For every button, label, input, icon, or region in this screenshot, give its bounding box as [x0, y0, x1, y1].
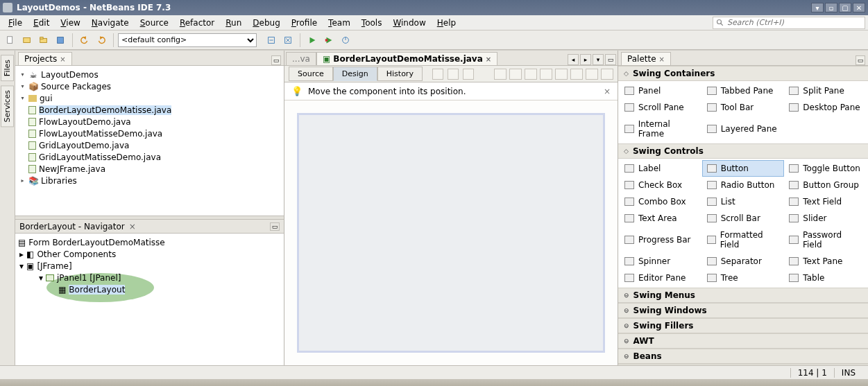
source-packages[interactable]: Source Packages — [41, 82, 111, 91]
palette-item[interactable]: Spinner — [620, 253, 702, 270]
editor-scroll-left-button[interactable]: ◂ — [568, 54, 579, 65]
panel-minimize-button[interactable]: ▭ — [271, 55, 281, 65]
palette-item[interactable]: Internal Frame — [620, 116, 702, 142]
palette-item[interactable]: Toggle Button — [784, 160, 867, 177]
window-close-button[interactable]: ✕ — [853, 3, 865, 12]
menu-run[interactable]: Run — [220, 17, 247, 29]
undo-button[interactable] — [77, 33, 92, 48]
palette-item[interactable]: Button — [702, 160, 785, 177]
editor-dropdown-button[interactable]: ▾ — [593, 54, 604, 65]
palette-item[interactable]: Slider — [784, 210, 867, 227]
navigator-tree[interactable]: ▤Form BorderLayoutDemoMatisse ▸◧Other Co… — [15, 234, 284, 365]
projects-close-icon[interactable]: × — [60, 55, 65, 63]
editor-tab-close-icon[interactable]: × — [486, 55, 491, 63]
menu-tools[interactable]: Tools — [356, 17, 388, 29]
editor-scroll-right-button[interactable]: ▸ — [580, 54, 591, 65]
palette-item[interactable]: Tool Bar — [702, 99, 785, 116]
editor-tab-active[interactable]: ▣ BorderLayoutDemoMatisse.java × — [316, 52, 497, 65]
editor-maximize-button[interactable]: ▭ — [605, 54, 616, 65]
align-center-button[interactable] — [509, 69, 522, 80]
palette-item[interactable]: Table — [784, 270, 867, 286]
quick-search-input[interactable] — [727, 18, 862, 27]
menu-view[interactable]: View — [55, 17, 85, 29]
hint-close-icon[interactable]: × — [604, 87, 611, 96]
preview-button[interactable] — [463, 69, 474, 80]
new-project-button[interactable] — [19, 33, 35, 48]
selection-mode-button[interactable] — [432, 69, 443, 80]
run-button[interactable] — [305, 33, 320, 48]
resize-h-button[interactable] — [586, 69, 598, 80]
palette-item[interactable]: Check Box — [620, 177, 702, 193]
menu-file[interactable]: File — [3, 17, 28, 29]
menu-help[interactable]: Help — [432, 17, 461, 29]
quick-search[interactable] — [713, 17, 865, 29]
open-project-button[interactable] — [36, 33, 51, 48]
run-config-select[interactable]: <default config> — [118, 33, 257, 47]
palette-item[interactable]: Tree — [702, 270, 785, 286]
palette-category[interactable]: ⊖AWT — [618, 333, 868, 349]
design-canvas[interactable] — [297, 113, 605, 353]
design-subtab[interactable]: Design — [333, 67, 377, 81]
palette-item[interactable]: Separator — [702, 253, 785, 270]
palette-item[interactable]: List — [702, 193, 785, 210]
palette-category[interactable]: ⊖Swing Menus — [618, 288, 868, 303]
history-subtab[interactable]: History — [377, 67, 423, 81]
navigator-close-icon[interactable]: × — [129, 222, 136, 231]
file-node[interactable]: FlowLayoutDemo.java — [39, 117, 131, 127]
palette-item[interactable]: Desktop Pane — [784, 99, 867, 116]
palette-item[interactable]: Split Pane — [784, 82, 867, 99]
palette-item[interactable]: Text Pane — [784, 253, 867, 270]
file-node[interactable]: BorderLayoutDemoMatisse.java — [39, 105, 171, 115]
new-file-button[interactable] — [3, 33, 18, 48]
debug-button[interactable] — [321, 33, 337, 48]
align-top-button[interactable] — [540, 69, 552, 80]
project-root[interactable]: LayoutDemos — [41, 70, 99, 80]
palette-item[interactable]: Progress Bar — [620, 227, 702, 253]
file-node[interactable]: GridLayoutMatisseDemo.java — [39, 152, 161, 162]
form-node[interactable]: Form BorderLayoutDemoMatisse — [28, 238, 164, 247]
other-components-node[interactable]: Other Components — [37, 249, 116, 259]
palette-item[interactable]: Label — [620, 160, 702, 177]
editor-tab-truncated[interactable]: ...va — [286, 52, 316, 65]
palette-close-icon[interactable]: × — [659, 55, 665, 63]
package-gui[interactable]: gui — [40, 94, 53, 103]
menu-profile[interactable]: Profile — [286, 17, 323, 29]
palette-item[interactable]: Text Area — [620, 210, 702, 227]
file-node[interactable]: FlowLayoutMatisseDemo.java — [39, 129, 162, 139]
menu-refactor[interactable]: Refactor — [174, 17, 220, 29]
palette-item[interactable]: Radio Button — [702, 177, 785, 193]
libraries-node[interactable]: Libraries — [41, 176, 77, 186]
files-gutter-tab[interactable]: Files — [1, 55, 14, 81]
align-right-button[interactable] — [525, 69, 537, 80]
palette-body[interactable]: ◇Swing ContainersPanelTabbed PaneSplit P… — [618, 66, 868, 365]
palette-item[interactable]: Editor Pane — [620, 270, 702, 286]
clean-build-button[interactable] — [280, 33, 296, 48]
navigator-minimize-button[interactable]: ▭ — [270, 222, 280, 231]
palette-item[interactable]: Button Group — [784, 177, 867, 193]
palette-item[interactable]: Password Field — [784, 227, 867, 253]
palette-item[interactable]: Tabbed Pane — [702, 82, 785, 99]
connection-mode-button[interactable] — [448, 69, 459, 80]
palette-item[interactable]: Text Field — [784, 193, 867, 210]
jpanel-node[interactable]: jPanel1 [JPanel] — [57, 273, 121, 283]
profile-button[interactable] — [338, 33, 353, 48]
window-maximize-button[interactable]: ▫ — [825, 3, 837, 12]
menu-navigate[interactable]: Navigate — [86, 17, 135, 29]
window-minimize-button[interactable]: ▾ — [811, 3, 824, 12]
palette-item[interactable]: Formatted Field — [702, 227, 785, 253]
design-area[interactable] — [284, 100, 618, 365]
palette-item[interactable]: Panel — [620, 82, 702, 99]
jframe-node[interactable]: [JFrame] — [37, 261, 71, 271]
palette-item[interactable]: Combo Box — [620, 193, 702, 210]
palette-item[interactable]: Layered Pane — [702, 116, 785, 142]
align-left-button[interactable] — [494, 69, 507, 80]
build-button[interactable] — [264, 33, 279, 48]
redo-button[interactable] — [94, 33, 109, 48]
file-node[interactable]: NewJFrame.java — [39, 164, 105, 174]
projects-tree[interactable]: ▾☕LayoutDemos ▾📦Source Packages ▾gui Bor… — [15, 66, 284, 216]
align-bottom-button[interactable] — [570, 69, 583, 80]
menu-source[interactable]: Source — [135, 17, 174, 29]
resize-v-button[interactable] — [601, 69, 613, 80]
borderlayout-node[interactable]: BorderLayout — [69, 285, 125, 295]
palette-category[interactable]: ◇Swing Containers — [618, 66, 868, 81]
